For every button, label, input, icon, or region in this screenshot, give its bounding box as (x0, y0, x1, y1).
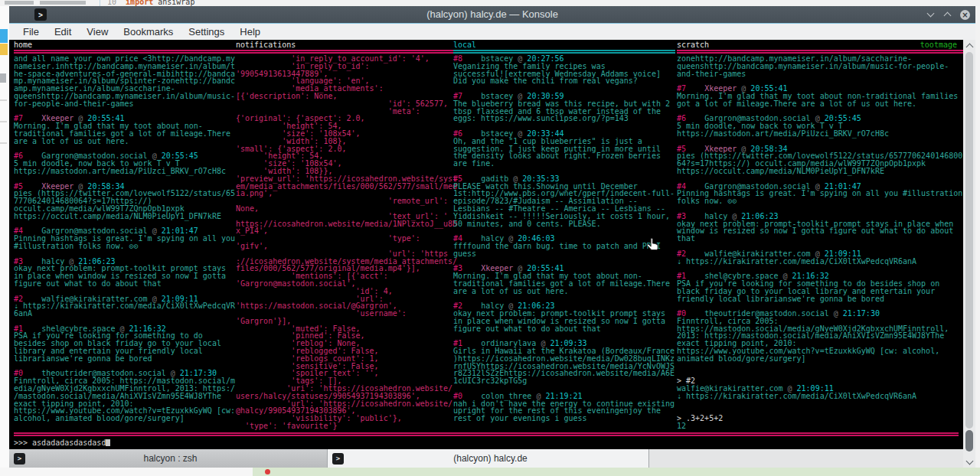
text-segment: rest of your evenings i guess (453, 414, 587, 422)
column-separator (453, 50, 675, 54)
column-header-scratch: scratchtootmage (677, 41, 963, 49)
background-right-sliver (975, 6, 980, 468)
terminal-line: rest of your evenings i guess (453, 415, 675, 422)
text-segment: window is resized so now I gotta figure … (677, 227, 953, 235)
menu-file[interactable]: File (15, 26, 47, 37)
tab-halcyon-zsh[interactable]: > halcyon : zsh (9, 449, 328, 468)
text-segment: guess (453, 249, 476, 258)
keyword-import: import (126, 0, 153, 6)
terminal-line: that (677, 235, 963, 243)
terminal-line: 12 (677, 422, 963, 430)
terminal-column-notifications: notifications 'in_reply_to_account_id': … (236, 40, 455, 449)
menu-settings[interactable]: Settings (181, 26, 232, 37)
menu-edit[interactable]: Edit (47, 26, 79, 37)
spacer (116, 0, 126, 6)
text-segment: animated blood/gore/surgery] (677, 354, 806, 363)
terminal-line: alcohol, animated blood/gore/surgery] (14, 415, 237, 422)
menu-view[interactable]: View (79, 26, 116, 37)
terminal-line: > .3+2+5+2 (677, 415, 963, 422)
text-segment: librarianswe're gonna be bored (14, 354, 152, 363)
background-yellow-icon (0, 44, 8, 55)
command-prompt[interactable]: >>> asdadadasdasdasd (14, 439, 110, 447)
terminal-line: for-people-and-their-games (14, 100, 237, 108)
menu-help[interactable]: Help (232, 26, 268, 37)
prompt-separator (14, 432, 959, 436)
text-segment: 50 minutes, and 0 cents. PLEASE. (453, 220, 601, 228)
scrollbar-thumb[interactable] (965, 430, 973, 452)
background-text-blur (5, 1, 34, 5)
module-name: ansiwrap (158, 0, 194, 6)
close-button[interactable]: × (960, 10, 970, 20)
terminal-line: eggs: https://www.sunclipse.org/?p=143 (453, 115, 675, 122)
text-segment: https://occult.camp/media/NLM0PieUpY1_DF… (677, 167, 884, 175)
terminal-line: librarianswe're gonna be bored (14, 355, 237, 363)
column-separator (677, 50, 963, 54)
text-segment: figure out what to do about that (453, 324, 601, 333)
terminal-line: https://mastodon.art/media/PiUzci_BRKV_r… (677, 130, 963, 138)
terminal-line (677, 363, 963, 370)
terminal-line: https://occult.camp/media/NLM0PieUpY1_DF… (14, 213, 237, 220)
scroll-down-icon[interactable] (966, 458, 974, 465)
tab-halcyon-halcy-de[interactable]: > (halcyon) halcy.de (328, 449, 649, 468)
text-segment: are a lot of us out here. (453, 287, 569, 295)
terminal-line: Did you make the chili from real vegans? (453, 77, 675, 85)
window-titlebar[interactable]: > (halcyon) halcy.de — Konsole × (9, 6, 975, 24)
editor-gutter-divider (100, 0, 100, 6)
background-editor-strip: 10 import ansiwrap (0, 0, 980, 6)
text-segment: https://icosahedron.website/media/1NPlzx… (236, 220, 457, 228)
column-separator (236, 50, 455, 54)
column-header-notifications: notifications (236, 41, 455, 49)
scrollbar-track[interactable] (965, 52, 973, 429)
terminal-line: are a lot of us out here. (14, 138, 237, 145)
terminal-line: https://icosahedron.website/media/1NPlzx… (236, 220, 455, 228)
terminal-line: 1cUIC3rc32kpTG5g (453, 377, 675, 385)
desktop: { "background": { "editor_strip": {"line… (0, 0, 980, 476)
text-segment: ⇣ https://kirakiratter.com/media/CiX0ltX… (677, 392, 916, 400)
text-segment: alcohol, animated blood/gore/surgery] (14, 414, 185, 422)
column-title: home (14, 41, 32, 49)
text-segment: figure out what to do about that (14, 279, 162, 288)
chevron-up-icon (944, 12, 952, 20)
terminal-line: https://occult.camp/media/NLM0PieUpY1_DF… (677, 168, 963, 175)
terminal-column-scratch: scratchtootmage zonehttp://bandcamp.myna… (677, 40, 963, 449)
text-segment: 'remote_url': (236, 197, 448, 205)
text-segment: eggs: https://www.sunclipse.org/?p=143 (453, 114, 629, 122)
text-segment: 'type': 'favourite'} (236, 422, 337, 430)
menu-bookmarks[interactable]: Bookmarks (116, 26, 181, 37)
column-title: scratch (677, 41, 709, 49)
text-segment: are fine. (453, 159, 495, 168)
text-cursor (106, 439, 110, 446)
scrollbar[interactable] (963, 40, 975, 468)
background-tree-line (0, 99, 7, 101)
text-segment: Did you make the chili from real vegans? (453, 77, 638, 85)
terminal-line: figure out what to do about that (14, 280, 237, 288)
column-title: notifications (236, 41, 296, 49)
column-header-home: home (14, 41, 237, 49)
terminal-line: animated blood/gore/surgery] (677, 355, 963, 363)
column-lines: and all name your own price <3http://ban… (14, 55, 237, 422)
terminal-line: ⇣ https://kirakiratter.com/media/CiX0ltX… (14, 302, 237, 310)
background-gray-icon (0, 73, 6, 83)
terminal-line: figure out what to do about that (453, 325, 675, 333)
terminal-line: #illustration folks now. ⊙⊙ (14, 243, 237, 250)
terminal-line: ⇣ https://kirakiratter.com/media/CiX0ltX… (677, 258, 963, 266)
terminal-view[interactable]: home and all name your own price <3http:… (9, 40, 963, 449)
tab-label: halcyon : zsh (25, 453, 327, 464)
text-segment: are a lot of us out here. (14, 137, 129, 145)
line-number: 10 (107, 0, 116, 6)
background-text-blur (40, 1, 86, 5)
text-segment: https://occult.camp/media/NLM0PieUpY1_DF… (14, 212, 221, 220)
scroll-up-icon[interactable] (965, 44, 973, 51)
maximize-button[interactable] (942, 10, 952, 20)
tab-label: (halcyon) halcy.de (344, 453, 648, 464)
background-tree-line (0, 142, 7, 144)
terminal-line: ⇣ https://kirakiratter.com/media/CiX0ltX… (677, 393, 963, 400)
terminal-line: https://mastodon.art/media/PiUzci_BRKV_r… (14, 168, 237, 175)
text-segment: folks now. ⊙⊙ (677, 197, 737, 205)
column-lines: 'in_reply_to_account_id': '4', 'in_reply… (236, 55, 455, 430)
minimize-button[interactable] (926, 10, 936, 20)
text-segment: for-people-and-their-games (14, 99, 134, 108)
column-separator (14, 50, 237, 54)
text-segment: https://mastodon.art/media/PiUzci_BRKV_r… (14, 167, 226, 175)
terminal-line: are a lot of us out here. (453, 288, 675, 295)
